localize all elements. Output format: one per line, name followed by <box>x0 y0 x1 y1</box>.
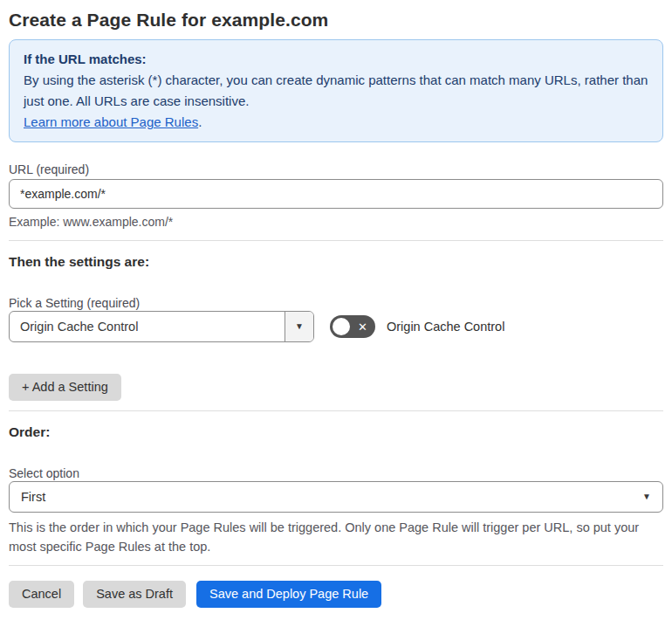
url-field-label: URL (required) <box>9 162 663 177</box>
link-suffix: . <box>198 114 202 129</box>
chevron-down-icon: ▼ <box>642 493 651 501</box>
url-example-helper: Example: www.example.com/* <box>9 213 663 231</box>
chevron-down-icon: ▼ <box>295 322 304 331</box>
setting-dropdown-arrow-button[interactable]: ▼ <box>285 312 313 341</box>
page-title: Create a Page Rule for example.com <box>9 0 663 31</box>
order-helper-text: This is the order in which your Page Rul… <box>9 518 663 556</box>
setting-row: Origin Cache Control ▼ ✕ Origin Cache Co… <box>9 311 663 342</box>
url-input[interactable] <box>9 179 663 209</box>
footer-actions: Cancel Save as Draft Save and Deploy Pag… <box>9 581 663 608</box>
order-select-value: First <box>21 490 45 504</box>
order-select-label: Select option <box>9 465 663 481</box>
info-box-body: By using the asterisk (*) character, you… <box>24 70 648 112</box>
save-and-deploy-button[interactable]: Save and Deploy Page Rule <box>196 581 381 608</box>
pick-setting-label: Pick a Setting (required) <box>9 295 663 311</box>
add-setting-button[interactable]: + Add a Setting <box>9 374 121 401</box>
setting-dropdown[interactable]: Origin Cache Control ▼ <box>9 311 314 342</box>
order-select[interactable]: First ▼ <box>9 481 663 513</box>
info-box-link-line: Learn more about Page Rules. <box>24 112 648 133</box>
toggle-off-x-icon: ✕ <box>358 321 367 333</box>
divider <box>9 565 663 566</box>
order-section-heading: Order: <box>9 424 663 441</box>
divider <box>9 410 663 411</box>
page-rule-form: Create a Page Rule for example.com If th… <box>0 0 672 608</box>
toggle-setting-label: Origin Cache Control <box>387 320 504 334</box>
toggle-knob <box>333 318 350 335</box>
setting-dropdown-value: Origin Cache Control <box>10 312 285 341</box>
learn-more-link[interactable]: Learn more about Page Rules <box>24 114 198 129</box>
origin-cache-control-toggle[interactable]: ✕ <box>330 315 375 338</box>
divider <box>9 240 663 241</box>
cancel-button[interactable]: Cancel <box>9 581 74 608</box>
url-match-info-box: If the URL matches: By using the asteris… <box>9 39 663 142</box>
info-box-heading: If the URL matches: <box>24 49 648 70</box>
settings-section-heading: Then the settings are: <box>9 253 663 271</box>
save-as-draft-button[interactable]: Save as Draft <box>83 581 186 608</box>
